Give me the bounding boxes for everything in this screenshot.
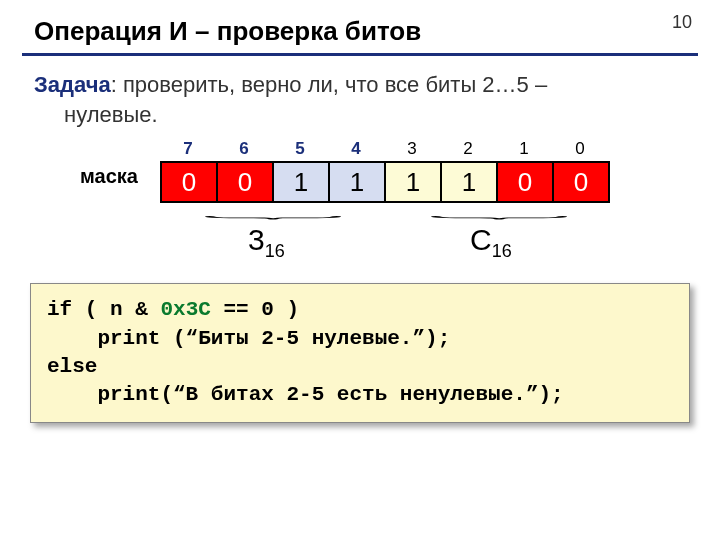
bit-index: 6 — [216, 139, 272, 159]
code-line: print(“В битах 2-5 есть ненулевые.”); — [47, 383, 564, 406]
brace-icon: ⏟ — [205, 201, 341, 220]
hex-sub: 16 — [265, 241, 285, 261]
mask-label: маска — [80, 165, 138, 188]
code-hex-literal: 0x3C — [160, 298, 210, 321]
mask-bit: 0 — [498, 163, 554, 201]
code-line: print (“Биты 2-5 нулевые.”); — [47, 327, 450, 350]
slide-title: Операция И – проверка битов — [0, 0, 720, 53]
bit-index: 5 — [272, 139, 328, 159]
task-line-1: : проверить, верно ли, что все биты 2…5 … — [111, 72, 547, 97]
hex-sub: 16 — [492, 241, 512, 261]
bit-index: 7 — [160, 139, 216, 159]
mask-diagram: маска 7 6 5 4 3 2 1 0 0 0 1 1 1 1 0 0 ⏟ … — [0, 139, 720, 269]
code-block: if ( n & 0x3C == 0 ) print (“Биты 2-5 ну… — [30, 283, 690, 422]
code-line: if ( n & — [47, 298, 160, 321]
hex-value-left: 316 — [248, 223, 285, 262]
bit-index: 0 — [552, 139, 608, 159]
bit-index: 3 — [384, 139, 440, 159]
mask-bits-row: 0 0 1 1 1 1 0 0 — [160, 161, 610, 203]
page-number: 10 — [672, 12, 692, 33]
bit-index: 1 — [496, 139, 552, 159]
task-lead: Задача — [34, 72, 111, 97]
mask-bit: 0 — [162, 163, 218, 201]
bit-index: 4 — [328, 139, 384, 159]
code-line: else — [47, 355, 97, 378]
mask-bit: 1 — [274, 163, 330, 201]
hex-base: 3 — [248, 223, 265, 256]
task-text: Задача: проверить, верно ли, что все бит… — [0, 70, 720, 129]
hex-value-right: C16 — [470, 223, 512, 262]
mask-bit: 0 — [218, 163, 274, 201]
mask-bit: 0 — [554, 163, 608, 201]
task-line-2: нулевые. — [34, 100, 686, 130]
mask-bit: 1 — [442, 163, 498, 201]
hex-base: C — [470, 223, 492, 256]
mask-bit: 1 — [386, 163, 442, 201]
bit-index: 2 — [440, 139, 496, 159]
bit-indices-row: 7 6 5 4 3 2 1 0 — [160, 139, 608, 159]
code-line: == 0 ) — [211, 298, 299, 321]
title-underline — [22, 53, 698, 56]
brace-icon: ⏟ — [431, 201, 567, 220]
mask-bit: 1 — [330, 163, 386, 201]
